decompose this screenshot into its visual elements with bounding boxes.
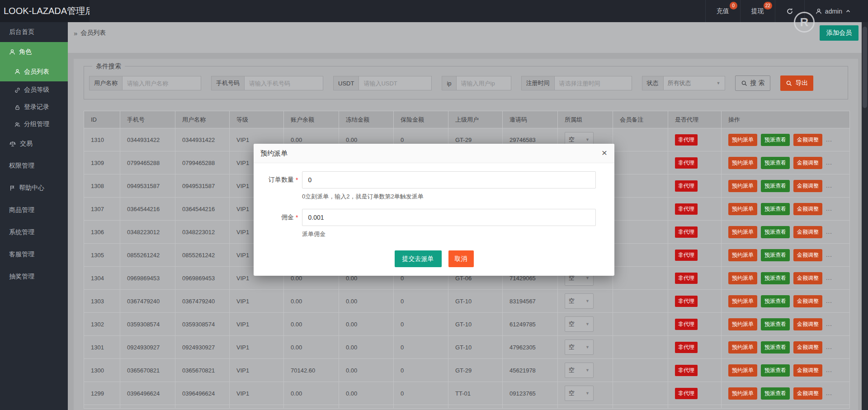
sidebar-item-member-level[interactable]: 会员等级 bbox=[0, 81, 68, 99]
amount-adjust-button[interactable]: 金额调整 bbox=[793, 226, 822, 238]
scrollbar-thumb[interactable] bbox=[863, 27, 867, 108]
more-actions[interactable]: ... bbox=[826, 182, 832, 189]
cell-name: 0855261242 bbox=[175, 244, 230, 267]
amount-adjust-button[interactable]: 金额调整 bbox=[793, 318, 822, 330]
order-count-input[interactable] bbox=[302, 171, 596, 189]
amount-adjust-button[interactable]: 金额调整 bbox=[793, 295, 822, 307]
reserve-dispatch-button[interactable]: 预约派单 bbox=[728, 387, 757, 400]
sidebar-item-member-list[interactable]: 会员列表 bbox=[0, 62, 68, 81]
predispatch-view-button[interactable]: 预派查看 bbox=[761, 341, 790, 353]
more-actions[interactable]: ... bbox=[826, 228, 832, 235]
field-register-time: 注册时间 bbox=[521, 76, 632, 90]
amount-adjust-button[interactable]: 金额调整 bbox=[793, 180, 822, 192]
reserve-dispatch-button[interactable]: 预约派单 bbox=[728, 272, 757, 284]
amount-adjust-button[interactable]: 金额调整 bbox=[793, 249, 822, 261]
sidebar-item-label: 抽奖管理 bbox=[9, 273, 34, 281]
sidebar-item-help-center[interactable]: 帮助中心 bbox=[0, 177, 68, 199]
user-menu[interactable]: admin bbox=[804, 0, 862, 22]
more-actions[interactable]: ... bbox=[826, 274, 832, 281]
predispatch-view-button[interactable]: 预派查看 bbox=[761, 272, 790, 284]
reserve-dispatch-button[interactable]: 预约派单 bbox=[728, 318, 757, 330]
predispatch-view-button[interactable]: 预派查看 bbox=[761, 134, 790, 146]
status-select[interactable]: 所有状态 ▼ bbox=[664, 76, 725, 90]
sidebar-item-permissions[interactable]: 权限管理 bbox=[0, 155, 68, 177]
cancel-button[interactable]: 取消 bbox=[448, 250, 474, 267]
sidebar-item-system[interactable]: 系统管理 bbox=[0, 221, 68, 243]
page-scrollbar[interactable] bbox=[862, 22, 868, 410]
predispatch-view-button[interactable]: 预派查看 bbox=[761, 295, 790, 307]
amount-adjust-button[interactable]: 金额调整 bbox=[793, 387, 822, 400]
more-actions[interactable]: ... bbox=[826, 390, 832, 396]
required-asterisk: * bbox=[296, 176, 298, 184]
more-actions[interactable]: ... bbox=[826, 320, 832, 327]
add-member-button[interactable]: 添加会员 bbox=[820, 25, 859, 41]
order-count-label: 订单数量 bbox=[254, 176, 294, 184]
commission-help: 派单佣金 bbox=[302, 230, 614, 238]
sidebar-item-login-records[interactable]: 登录记录 bbox=[0, 99, 68, 116]
cell-group: 空▼ bbox=[558, 359, 613, 382]
search-legend: 条件搜索 bbox=[92, 62, 125, 71]
amount-adjust-button[interactable]: 金额调整 bbox=[793, 272, 822, 284]
predispatch-view-button[interactable]: 预派查看 bbox=[761, 364, 790, 377]
more-actions[interactable]: ... bbox=[826, 251, 832, 258]
sidebar-item-home[interactable]: 后台首页 bbox=[0, 22, 68, 42]
sidebar-item-label: 分组管理 bbox=[24, 120, 49, 128]
predispatch-view-button[interactable]: 预派查看 bbox=[761, 318, 790, 330]
sidebar-item-products[interactable]: 商品管理 bbox=[0, 199, 68, 221]
withdraw-menu-item[interactable]: 提现 22 bbox=[740, 0, 775, 22]
register-time-input[interactable] bbox=[555, 76, 632, 90]
user-icon bbox=[9, 49, 15, 55]
group-select[interactable]: 空▼ bbox=[565, 386, 594, 401]
group-select[interactable]: 空▼ bbox=[565, 363, 594, 378]
amount-adjust-button[interactable]: 金额调整 bbox=[793, 157, 822, 169]
reserve-dispatch-button[interactable]: 预约派单 bbox=[728, 364, 757, 377]
more-actions[interactable]: ... bbox=[826, 367, 832, 373]
ip-input[interactable] bbox=[457, 76, 511, 90]
predispatch-view-button[interactable]: 预派查看 bbox=[761, 157, 790, 169]
reserve-dispatch-button[interactable]: 预约派单 bbox=[728, 180, 757, 192]
reserve-dispatch-button[interactable]: 预约派单 bbox=[728, 295, 757, 307]
sidebar-item-lottery[interactable]: 抽奖管理 bbox=[0, 265, 68, 287]
username: admin bbox=[825, 8, 842, 15]
table-row: 130003656708210365670821VIP170142.600.00… bbox=[84, 359, 850, 382]
amount-adjust-button[interactable]: 金额调整 bbox=[793, 341, 822, 353]
sidebar-item-roles[interactable]: 角色 bbox=[0, 42, 68, 62]
more-actions[interactable]: ... bbox=[826, 297, 832, 304]
reserve-dispatch-button[interactable]: 预约派单 bbox=[728, 341, 757, 353]
reserve-dispatch-button[interactable]: 预约派单 bbox=[728, 226, 757, 238]
sidebar-item-group-management[interactable]: 分组管理 bbox=[0, 116, 68, 133]
sidebar-item-customer-service[interactable]: 客服管理 bbox=[0, 243, 68, 265]
phone-input[interactable] bbox=[245, 76, 323, 90]
more-actions[interactable]: ... bbox=[826, 344, 832, 350]
search-button[interactable]: 搜 索 bbox=[735, 75, 771, 91]
table-header-row: ID手机号用户名称等级账户余额冻结金额保险金额上级用户邀请码所属组会员备注是否代… bbox=[84, 111, 850, 128]
group-select[interactable]: 空▼ bbox=[565, 293, 594, 309]
usdt-input[interactable] bbox=[359, 76, 431, 90]
predispatch-view-button[interactable]: 预派查看 bbox=[761, 180, 790, 192]
close-icon[interactable]: × bbox=[602, 148, 607, 157]
commission-input[interactable] bbox=[302, 209, 596, 226]
sidebar-item-label: 登录记录 bbox=[24, 103, 49, 111]
predispatch-view-button[interactable]: 预派查看 bbox=[761, 387, 790, 400]
predispatch-view-button[interactable]: 预派查看 bbox=[761, 226, 790, 238]
recharge-menu-item[interactable]: 充值 0 bbox=[705, 0, 740, 22]
username-input[interactable] bbox=[123, 76, 201, 90]
reserve-dispatch-button[interactable]: 预约派单 bbox=[728, 134, 757, 146]
sidebar-item-transactions[interactable]: 交易 bbox=[0, 133, 68, 155]
reserve-dispatch-button[interactable]: 预约派单 bbox=[728, 203, 757, 215]
more-actions[interactable]: ... bbox=[826, 159, 832, 166]
refresh-button[interactable] bbox=[775, 0, 804, 22]
group-select[interactable]: 空▼ bbox=[565, 316, 594, 332]
export-button[interactable]: 导出 bbox=[780, 75, 813, 91]
more-actions[interactable]: ... bbox=[826, 136, 832, 143]
amount-adjust-button[interactable]: 金额调整 bbox=[793, 134, 822, 146]
predispatch-view-button[interactable]: 预派查看 bbox=[761, 203, 790, 215]
amount-adjust-button[interactable]: 金额调整 bbox=[793, 203, 822, 215]
amount-adjust-button[interactable]: 金额调整 bbox=[793, 364, 822, 377]
reserve-dispatch-button[interactable]: 预约派单 bbox=[728, 157, 757, 169]
submit-dispatch-button[interactable]: 提交去派单 bbox=[395, 250, 442, 267]
more-actions[interactable]: ... bbox=[826, 205, 832, 212]
reserve-dispatch-button[interactable]: 预约派单 bbox=[728, 249, 757, 261]
group-select[interactable]: 空▼ bbox=[565, 339, 594, 355]
predispatch-view-button[interactable]: 预派查看 bbox=[761, 249, 790, 261]
